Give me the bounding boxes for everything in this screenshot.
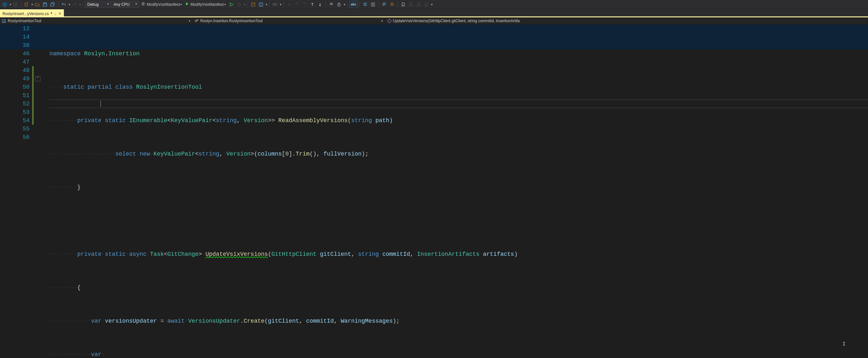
svg-rect-2: [25, 3, 27, 6]
debug-dropdown[interactable]: ▾: [244, 3, 246, 6]
save-icon[interactable]: [41, 1, 49, 8]
nav-forward-button: [12, 1, 19, 8]
main-toolbar: ▾ ▾ ▾ ▾ Debug Any CPU ModifyVsixManifest…: [0, 0, 868, 9]
comment-icon[interactable]: [381, 1, 388, 8]
undo-dropdown[interactable]: ▾: [69, 3, 70, 6]
window-split-icon[interactable]: [257, 1, 265, 8]
open-file-icon[interactable]: [34, 1, 41, 8]
code-text-area[interactable]: namespace Roslyn.Insertion ····static pa…: [50, 24, 868, 358]
toolbar-separator: [83, 2, 83, 7]
code-line[interactable]: ········private·static·async·Task<GitCha…: [50, 250, 868, 258]
toolbar-separator: [58, 2, 58, 7]
svg-point-5: [238, 3, 241, 6]
svg-point-4: [142, 3, 144, 4]
start-debug-label: ModifyVsixManifest: [190, 2, 223, 7]
redo-icon[interactable]: [71, 1, 78, 8]
toolbar-separator: [397, 2, 398, 7]
format-icon-2[interactable]: [370, 1, 376, 8]
step-icon-2[interactable]: [293, 1, 301, 8]
bookmark-icon[interactable]: [400, 1, 407, 8]
code-line[interactable]: namespace Roslyn.Insertion: [50, 50, 868, 58]
toolbar-separator: [283, 2, 284, 7]
undo-icon[interactable]: [60, 1, 67, 8]
document-tab-dirty-indicator: *: [51, 11, 52, 16]
svg-rect-10: [338, 4, 340, 6]
close-icon[interactable]: ✕: [58, 11, 61, 16]
toolbar-separator: [360, 2, 360, 7]
code-line[interactable]: ············var·: [50, 350, 868, 358]
bookmark-prev-icon[interactable]: [407, 1, 414, 8]
uncomment-icon[interactable]: [389, 1, 396, 8]
startup-project-button[interactable]: ModifyVsixManifest ▾: [140, 1, 183, 8]
csharp-project-icon: C#: [2, 19, 6, 23]
code-line[interactable]: ···················select·new·KeyValuePa…: [50, 150, 868, 158]
start-debug-button[interactable]: ModifyVsixManifest ▾: [184, 1, 227, 8]
code-editor[interactable]: 12 14 38 46 47 48 49 50 51 52 53 54 55 5…: [0, 24, 868, 358]
tab-strip: [64, 9, 868, 17]
arrow-down-icon[interactable]: [316, 1, 323, 8]
document-tab-well: RoslynInsert...yVersions.cs* ⟂ ✕: [0, 9, 868, 17]
format-icon-1[interactable]: [362, 1, 369, 8]
editor-nav-bar: C# RoslynInsertionTool ▾ Roslyn.Insertio…: [0, 17, 868, 24]
pin-icon[interactable]: ⟂: [54, 12, 57, 16]
code-line[interactable]: ········private static IEnumerable<KeyVa…: [50, 116, 868, 125]
fold-toggle-icon[interactable]: ˅: [35, 76, 40, 81]
abc-highlight-icon[interactable]: abc: [349, 1, 358, 8]
lock-icon[interactable]: [336, 1, 342, 8]
code-line[interactable]: ············var·versionsUpdater·=·await·…: [50, 317, 868, 325]
outlining-margin: ˅: [35, 24, 41, 358]
gear-icon: [141, 2, 146, 7]
solution-config-combo[interactable]: Debug: [85, 1, 111, 8]
step-icon-3[interactable]: [301, 1, 308, 8]
startup-project-label: ModifyVsixManifest: [147, 2, 180, 7]
solution-platform-combo[interactable]: Any CPU: [112, 1, 139, 8]
step-icon-1[interactable]: [286, 1, 293, 8]
new-item-icon[interactable]: [23, 1, 30, 8]
nav-back-dropdown[interactable]: ▾: [10, 3, 11, 6]
svg-rect-12: [373, 3, 375, 6]
code-line[interactable]: ····static partial class RoslynInsertion…: [50, 83, 868, 91]
class-icon: [194, 19, 199, 23]
save-all-icon[interactable]: [49, 1, 56, 8]
code-line[interactable]: [50, 217, 868, 225]
window-layout-icon[interactable]: [250, 1, 257, 8]
nav-member-combo[interactable]: UpdateVsixVersions(GitHttpClient gitClie…: [385, 17, 868, 24]
window-dropdown[interactable]: ▾: [266, 3, 268, 6]
svg-point-16: [197, 19, 198, 21]
nav-project-combo[interactable]: C# RoslynInsertionTool ▾: [0, 17, 193, 24]
debug-target-icon[interactable]: [236, 1, 243, 8]
svg-point-15: [195, 20, 197, 22]
bookmark-next-icon[interactable]: [415, 1, 422, 8]
svg-rect-6: [252, 3, 255, 6]
code-line[interactable]: ········{: [50, 283, 868, 292]
svg-point-0: [3, 3, 6, 6]
bookmark-clear-icon[interactable]: [423, 1, 430, 8]
method-icon: [387, 19, 392, 23]
toolbar-separator: [269, 2, 270, 7]
toolbar-separator: [326, 2, 326, 7]
document-tab-active[interactable]: RoslynInsert...yVersions.cs* ⟂ ✕: [0, 9, 64, 17]
svg-point-1: [13, 3, 17, 6]
svg-rect-17: [388, 19, 391, 23]
code-line[interactable]: ········}: [50, 183, 868, 192]
document-tab-title: RoslynInsert...yVersions.cs: [3, 11, 49, 16]
svg-text:C#: C#: [3, 20, 6, 22]
live-share-icon[interactable]: □□: [272, 1, 279, 8]
redo-dropdown[interactable]: ▾: [79, 3, 81, 6]
new-item-dropdown[interactable]: ▾: [31, 3, 33, 6]
line-number-gutter: 12 14 38 46 47 48 49 50 51 52 53 54 55 5…: [0, 24, 35, 358]
collapse-icon[interactable]: [328, 1, 335, 8]
live-share-dropdown[interactable]: ▾: [280, 3, 281, 6]
nav-member-label: UpdateVsixVersions(GitHttpClient gitClie…: [393, 19, 520, 23]
nav-back-button[interactable]: [1, 1, 8, 8]
toolbar-separator: [378, 2, 379, 7]
start-no-debug-icon[interactable]: [228, 1, 235, 8]
lock-dropdown[interactable]: ▾: [344, 3, 345, 6]
toolbar-overflow[interactable]: ▾: [431, 3, 433, 6]
nav-type-combo[interactable]: Roslyn.Insertion.RoslynInsertionTool ▾: [193, 17, 385, 24]
nav-type-label: Roslyn.Insertion.RoslynInsertionTool: [200, 19, 262, 23]
svg-rect-11: [371, 3, 373, 6]
toolbar-separator: [21, 2, 21, 7]
toolbar-separator: [347, 2, 348, 7]
arrow-up-icon[interactable]: [309, 1, 316, 8]
